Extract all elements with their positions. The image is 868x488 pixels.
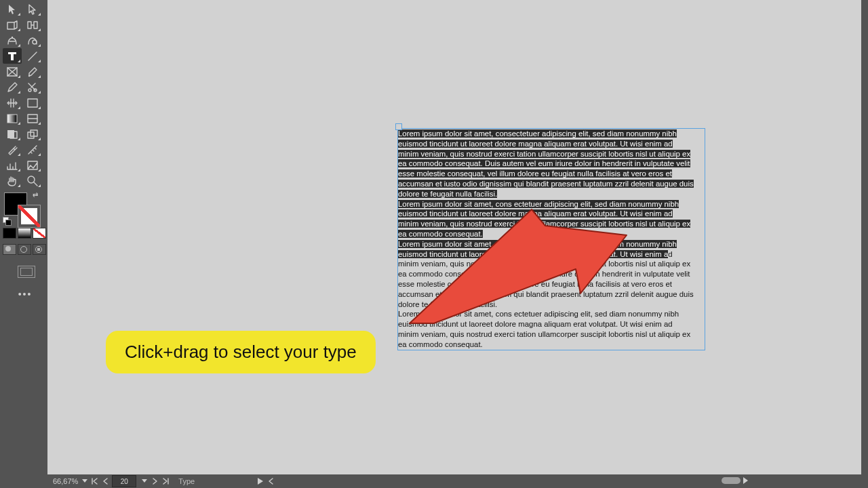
- instruction-text: Click+drag to select your type: [125, 342, 357, 362]
- text-line[interactable]: euismod tincidunt ut laoreet dolore magn…: [398, 209, 705, 219]
- rectangle-tool[interactable]: [23, 95, 42, 110]
- text-line[interactable]: Lorem ipsum dolor sit amet, consectetuer…: [398, 129, 705, 139]
- text-line[interactable]: Lorem ipsum dolor sit amet, consectetuer…: [398, 239, 705, 249]
- text-line[interactable]: euismod tincidunt ut laoreet dolore magn…: [398, 319, 705, 329]
- rectangle-frame-tool[interactable]: [3, 64, 22, 79]
- text-line[interactable]: dolore te feugait nulla facilisi.: [398, 189, 705, 199]
- fill-stroke-swatches[interactable]: ⇄: [3, 192, 42, 225]
- status-slider-arrow-icon[interactable]: [743, 477, 749, 484]
- text-line[interactable]: ea commodo consequat. Duis autem vel eum…: [398, 269, 705, 279]
- text-line[interactable]: Lorem ipsum dolor sit amet, cons ectetue…: [398, 199, 705, 209]
- text-line[interactable]: dolore te feugait nulla facilisi.: [398, 300, 705, 310]
- draw-inside-button[interactable]: [33, 244, 46, 255]
- text-frame[interactable]: Lorem ipsum dolor sit amet, consectetuer…: [397, 128, 705, 350]
- status-slider[interactable]: [722, 477, 741, 484]
- text-line[interactable]: accumsan et iusto odio dignissim qui bla…: [398, 179, 705, 189]
- status-bar: 66,67% Type: [47, 474, 868, 488]
- gradient-feather-tool[interactable]: [23, 110, 42, 126]
- svg-point-3: [28, 89, 31, 92]
- gap-tool[interactable]: [23, 17, 42, 33]
- eyedropper-tool[interactable]: [3, 142, 22, 157]
- document-canvas[interactable]: Lorem ipsum dolor sit amet, consectetuer…: [47, 0, 861, 474]
- note-tool[interactable]: [3, 126, 22, 142]
- text-line[interactable]: minim veniam, quis nostrud exerci tation…: [398, 149, 705, 159]
- text-line[interactable]: accumsan et iusto odio dignissim qui bla…: [398, 289, 705, 300]
- gradient-swatch-tool[interactable]: [3, 110, 22, 126]
- screen-mode-button[interactable]: [18, 266, 35, 278]
- type-tool[interactable]: [3, 48, 22, 64]
- first-page-button[interactable]: [90, 476, 100, 486]
- direct-selection-tool[interactable]: [23, 1, 42, 17]
- svg-point-2: [28, 75, 30, 76]
- swap-fill-stroke-icon[interactable]: ⇄: [33, 191, 38, 199]
- vertical-scrollbar[interactable]: [861, 0, 868, 474]
- text-in-port-icon[interactable]: [395, 123, 402, 130]
- zoom-tool[interactable]: [23, 173, 42, 188]
- text-line[interactable]: esse molestie consequat, vel illum dolor…: [398, 169, 705, 179]
- instruction-callout: Click+drag to select your type: [106, 331, 376, 373]
- text-line[interactable]: Lorem ipsum dolor sit amet, cons ectetue…: [398, 309, 705, 319]
- gradient-tool[interactable]: [3, 157, 22, 173]
- text-content[interactable]: Lorem ipsum dolor sit amet, consectetuer…: [398, 129, 705, 350]
- content-collector-tool[interactable]: [3, 33, 22, 48]
- pen-tool[interactable]: [23, 64, 42, 79]
- text-line[interactable]: minim veniam, quis nostrud exerci tation…: [398, 259, 705, 269]
- page-tool[interactable]: [3, 17, 22, 33]
- apply-color-button[interactable]: [3, 228, 16, 239]
- svg-rect-6: [7, 115, 17, 123]
- apply-none-button[interactable]: [33, 228, 46, 239]
- draw-behind-button[interactable]: [18, 244, 31, 255]
- svg-point-12: [28, 176, 35, 183]
- text-line[interactable]: minim veniam, quis nostrud exerci tation…: [398, 219, 705, 229]
- preflight-play-icon[interactable]: [256, 476, 265, 486]
- prev-page-button[interactable]: [101, 476, 111, 486]
- line-tool[interactable]: [23, 48, 42, 64]
- text-line[interactable]: minim veniam, quis nostrud exerci tation…: [398, 329, 705, 340]
- zoom-level[interactable]: 66,67%: [53, 474, 78, 488]
- scissors-tool[interactable]: [23, 79, 42, 95]
- column-guides-tool[interactable]: [23, 157, 42, 173]
- drawing-mode-bar: [3, 244, 47, 255]
- draw-normal-button[interactable]: [3, 244, 16, 255]
- free-transform-tool[interactable]: [3, 95, 22, 110]
- preflight-back-icon[interactable]: [267, 476, 276, 486]
- text-line[interactable]: ea commodo consequat.: [398, 229, 705, 239]
- page-number-field[interactable]: [112, 475, 136, 487]
- page-dropdown-icon[interactable]: [140, 476, 149, 486]
- apply-gradient-button[interactable]: [18, 228, 31, 239]
- svg-rect-5: [28, 99, 37, 107]
- text-line[interactable]: esse molestie consequat, vel illum dolor…: [398, 279, 705, 289]
- text-line[interactable]: euismod tincidunt ut laoreet dolore magn…: [398, 139, 705, 149]
- selection-tool[interactable]: [3, 1, 22, 17]
- pencil-tool[interactable]: [3, 79, 22, 95]
- color-mode-bar: [3, 228, 47, 239]
- zoom-dropdown-icon[interactable]: [81, 476, 89, 486]
- text-line[interactable]: ea commodo consequat. Duis autem vel eum…: [398, 159, 705, 169]
- toolbox-overflow-icon[interactable]: •••: [3, 289, 47, 300]
- content-placer-tool[interactable]: [23, 33, 42, 48]
- last-page-button[interactable]: [161, 476, 170, 486]
- text-line[interactable]: ea commodo consequat.: [398, 340, 705, 350]
- measure-tool[interactable]: [23, 142, 42, 157]
- default-fill-stroke-icon[interactable]: [3, 217, 11, 225]
- next-page-button[interactable]: [150, 476, 159, 486]
- status-mode-label: Type: [178, 477, 195, 485]
- hand-tool[interactable]: [3, 173, 22, 188]
- toolbox-panel: ⇄ •••: [0, 0, 47, 488]
- transform-again-tool[interactable]: [23, 126, 42, 142]
- stroke-swatch[interactable]: [18, 205, 41, 228]
- text-line[interactable]: euismod tincidunt ut laoreet dolore magn…: [398, 249, 705, 260]
